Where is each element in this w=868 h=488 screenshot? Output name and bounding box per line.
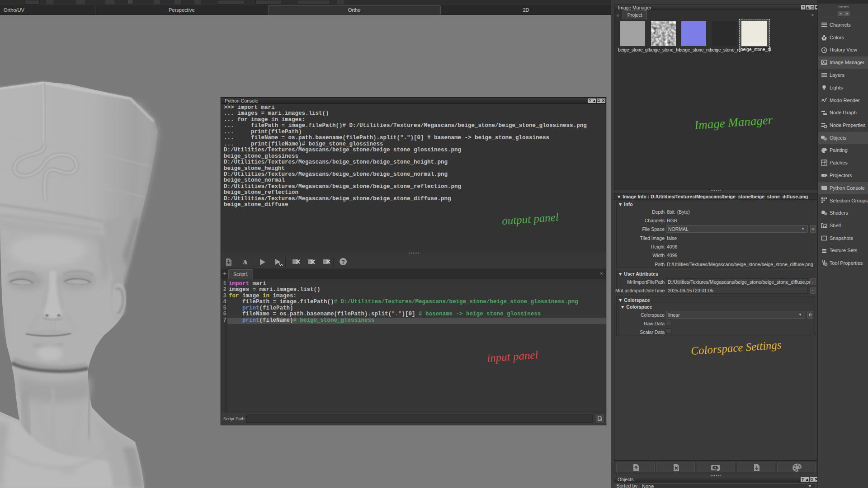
svg-text:?: ? xyxy=(342,259,345,265)
